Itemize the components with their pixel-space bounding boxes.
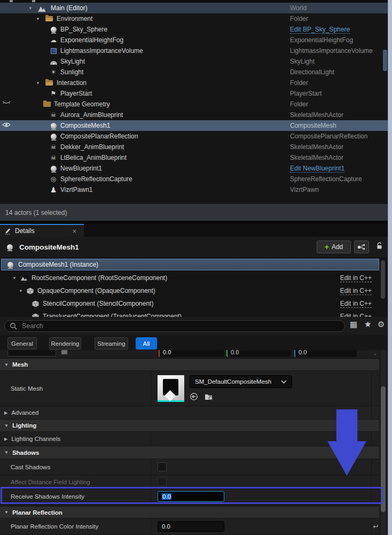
component-tree: CompositeMesh1 (Instance) ▼ RootSceneCom… <box>0 257 392 317</box>
planar-reflection-color-intensity-input[interactable]: 0.0 <box>158 521 224 532</box>
outliner-row-template-geometry[interactable]: Template Geometry Folder <box>0 99 388 110</box>
tab-details[interactable]: Details × <box>0 224 84 237</box>
chevron-down-icon: ▼ <box>4 450 9 455</box>
chevron-down-icon[interactable]: ▼ <box>12 276 17 281</box>
chevron-down-icon[interactable]: ▼ <box>35 17 41 21</box>
property-row-advanced[interactable]: ▶ Advanced <box>0 406 379 420</box>
outliner-row-compositemesh1-selected[interactable]: CompositeMesh1 CompositeMesh <box>0 120 388 131</box>
property-label: Planar Reflection Color Intensity <box>11 523 98 530</box>
actor-type: PlayerStart <box>290 90 322 97</box>
property-row-affect-distance-field: Affect Distance Field Lighting <box>0 475 379 489</box>
section-title: Mesh <box>12 361 28 368</box>
component-row-stencil[interactable]: StencilComponent (StencilComponent) Edit… <box>0 298 379 309</box>
chevron-down-icon[interactable]: ▼ <box>28 6 33 11</box>
lock-details-button[interactable] <box>375 242 383 250</box>
edit-in-cpp-link[interactable]: Edit in C++ <box>340 287 372 295</box>
settings-gear-icon[interactable]: ⚙ <box>378 320 385 329</box>
clipped-lock-icon[interactable] <box>61 350 67 354</box>
section-header-planar-reflection[interactable]: ▼ Planar Reflection <box>0 507 379 518</box>
section-header-shadows[interactable]: ▼ Shadows <box>0 446 379 459</box>
selected-actor-title: CompositeMesh1 <box>19 243 79 251</box>
outliner-status-bar: 14 actors (1 selected) <box>0 204 392 221</box>
skylight-icon <box>49 57 58 66</box>
add-component-button[interactable]: + Add <box>317 241 351 253</box>
outliner-row-lightmassimportancevolume[interactable]: LightmassImportanceVolume LightmassImpor… <box>0 45 388 56</box>
outliner-row-sunlight[interactable]: ☀ Sunlight DirectionalLight <box>0 67 388 77</box>
visibility-closed-eye-icon[interactable] <box>2 100 11 105</box>
outliner-row-vizrtpawn1[interactable]: ♟ VizrtPawn1 VizrtPawn <box>0 184 388 195</box>
tab-rendering[interactable]: Rendering <box>49 337 81 350</box>
outliner-row-compositeplanarreflection[interactable]: CompositePlanarReflection CompositePlana… <box>0 131 388 142</box>
chevron-down-icon[interactable]: ▼ <box>35 81 41 86</box>
search-box[interactable] <box>4 320 345 332</box>
outliner-row-newblueprint1[interactable]: NewBlueprint1 Edit NewBlueprint1 <box>0 163 388 174</box>
actor-label: NewBlueprint1 <box>60 165 102 172</box>
edit-in-cpp-link[interactable]: Edit in C++ <box>340 313 372 317</box>
tab-streaming[interactable]: Streaming <box>95 337 128 350</box>
outliner-scrollbar-thumb[interactable] <box>383 50 387 71</box>
outliner-row-ltbelica-animblueprint[interactable]: ☠ LtBelica_AnimBlueprint SkeletalMeshAct… <box>0 152 388 163</box>
details-filter-tabs: General Rendering Streaming All <box>0 335 392 350</box>
tab-label: All <box>143 340 150 347</box>
skeletal-mesh-icon: ☠ <box>49 143 58 151</box>
static-mesh-thumbnail[interactable] <box>158 375 184 402</box>
component-row-opaque[interactable]: ▼ OpaqueComponent (OpaqueComponent) Edit… <box>0 285 379 297</box>
outliner-row-main-editor[interactable]: ▼ Main (Editor) World <box>0 3 388 13</box>
section-header-mesh[interactable]: ▼ Mesh <box>0 359 379 371</box>
visibility-eye-icon[interactable] <box>2 122 11 128</box>
property-row-lighting-channels[interactable]: ▶ Lighting Channels <box>0 432 379 446</box>
scale-x-field[interactable]: 0.0 <box>159 350 224 357</box>
edit-blueprint-link[interactable]: Edit BP_Sky_Sphere <box>290 26 350 34</box>
outliner-row-exponentialheightfog[interactable]: ☁ ExponentialHeightFog ExponentialHeight… <box>0 35 388 45</box>
outliner-row-environment[interactable]: ▼ Environment Folder <box>0 13 388 24</box>
actor-type: SkeletalMeshActor <box>290 143 343 151</box>
reset-to-default-button[interactable]: ↩ <box>372 518 379 534</box>
favorites-star-icon[interactable]: ★ <box>364 320 371 329</box>
static-mesh-asset-dropdown[interactable]: SM_DefaultCompositeMesh <box>190 375 292 388</box>
browse-to-asset-icon[interactable] <box>205 393 214 401</box>
chevron-down-icon <box>281 380 287 384</box>
clipped-icon <box>10 0 13 2</box>
search-input[interactable] <box>21 322 320 330</box>
input-selected-value: 0.0 <box>162 493 171 500</box>
outliner-row-spherereflectioncapture[interactable]: ◎ SphereReflectionCapture SphereReflecti… <box>0 174 388 184</box>
component-row-translucent[interactable]: TranslucentComponent (TranslucentCompone… <box>0 311 379 317</box>
section-title: Planar Reflection <box>12 509 62 516</box>
outliner-row-dekker-animblueprint[interactable]: ☠ Dekker_AnimBlueprint SkeletalMeshActor <box>0 142 388 152</box>
outliner-row-interaction[interactable]: ▼ Interaction Folder <box>0 77 388 88</box>
component-scrollbar-thumb[interactable] <box>381 260 385 299</box>
display-grid-icon[interactable]: ▦ <box>350 320 357 329</box>
tab-general[interactable]: General <box>7 337 37 350</box>
close-icon[interactable]: × <box>72 227 76 235</box>
outliner-row-aurora-animblueprint[interactable]: ☠ Aurora_AnimBlueprint SkeletalMeshActor <box>0 110 388 120</box>
use-selected-asset-icon[interactable] <box>190 392 198 401</box>
scale-z-field[interactable]: 0.0 <box>294 350 357 357</box>
edit-in-cpp-link[interactable]: Edit in C++ <box>340 300 372 308</box>
skeletal-mesh-icon: ☠ <box>49 111 58 119</box>
actor-label: Dekker_AnimBlueprint <box>60 143 124 151</box>
section-title: Shadows <box>12 449 39 456</box>
property-label: Receive Shadows Intensity <box>11 493 84 500</box>
outliner-row-playerstart[interactable]: ⚑ PlayerStart PlayerStart <box>0 88 388 99</box>
clipped-reset-icon[interactable]: ⌄ <box>373 351 378 355</box>
details-scrollbar-thumb[interactable] <box>381 386 386 512</box>
tab-all[interactable]: All <box>136 337 157 350</box>
component-label: RootSceneComponent (RootSceneComponent) <box>32 274 167 282</box>
edit-in-cpp-link[interactable]: Edit in C++ <box>340 274 372 282</box>
cast-shadows-checkbox[interactable] <box>158 462 167 471</box>
actor-label: Environment <box>57 15 92 22</box>
folder-open-icon <box>45 79 53 87</box>
outliner-row-bp-sky-sphere[interactable]: BP_Sky_Sphere Edit BP_Sky_Sphere <box>0 24 388 35</box>
section-header-lighting[interactable]: ▼ Lighting <box>0 420 379 432</box>
add-button-label: Add <box>332 243 343 251</box>
component-row-rootscene[interactable]: ▼ RootSceneComponent (RootSceneComponent… <box>0 272 379 284</box>
chevron-down-icon: ▼ <box>4 510 9 515</box>
outliner-row-skylight[interactable]: SkyLight SkyLight <box>0 56 388 67</box>
chevron-down-icon[interactable]: ▼ <box>18 289 23 293</box>
clipped-scale-dropdown[interactable] <box>7 350 56 356</box>
edit-blueprint-link[interactable]: Edit NewBlueprint1 <box>290 165 344 173</box>
component-row-instance[interactable]: CompositeMesh1 (Instance) <box>1 259 379 270</box>
receive-shadows-intensity-input[interactable]: 0.0 <box>158 491 224 502</box>
blueprint-hierarchy-button[interactable] <box>354 241 369 253</box>
scale-y-field[interactable]: 0.0 <box>226 350 291 357</box>
